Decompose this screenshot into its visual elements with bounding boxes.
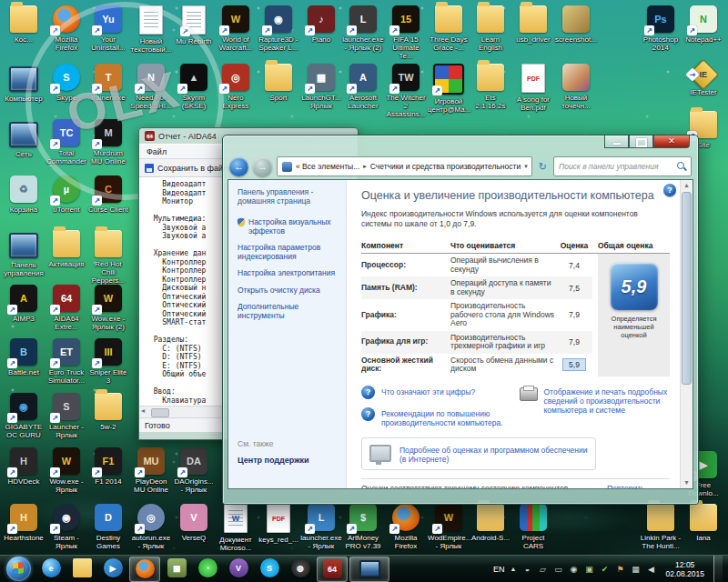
desktop-icon[interactable]: Linkin Park - The Hunti... (640, 504, 682, 550)
desktop-icon[interactable]: Project CARS (512, 504, 554, 550)
desktop-icon[interactable]: Ttrainer.exe (87, 64, 129, 102)
desktop-icon[interactable]: Активация (46, 230, 87, 268)
tray-action-center-icon[interactable]: ⚑ (614, 565, 625, 574)
taskbar-skype-button[interactable]: S (255, 557, 284, 580)
taskbar-media-player-button[interactable]: ▶ (98, 557, 127, 580)
maximize-button[interactable] (629, 135, 653, 148)
minimize-button[interactable] (604, 135, 629, 148)
desktop-icon[interactable]: DDestiny Games (87, 504, 129, 550)
breadcrumb[interactable]: « Все элементы... ▸ Счетчики и средства … (277, 156, 532, 176)
desktop-icon[interactable]: 15FIFA 15 Ultimate Te... (385, 5, 427, 60)
nav-item[interactable]: Открыть очистку диска (238, 286, 339, 296)
desktop-icon[interactable]: Sport (258, 64, 299, 102)
desktop-icon[interactable]: ◉Rapture3D - Speaker L... (258, 5, 299, 52)
desktop-icon[interactable]: CCurse Client (87, 176, 129, 214)
desktop-icon[interactable]: IEIETester (682, 60, 724, 96)
back-button[interactable]: ← (229, 157, 248, 176)
desktop-icon[interactable]: DADAOrigins... - Ярлык (173, 447, 215, 494)
desktop-icon[interactable]: MMurdrum MU Online (87, 119, 129, 166)
desktop-icon[interactable]: HHDVDeck (3, 447, 45, 486)
desktop-icon[interactable]: 5w-2 (87, 393, 129, 431)
close-button[interactable] (653, 135, 690, 148)
breadcrumb-root[interactable]: « Все элементы... (296, 162, 359, 171)
desktop-icon[interactable]: SSkype (46, 64, 87, 102)
tray-app-icon[interactable]: ◉ (568, 565, 579, 574)
scrollbar-thumb[interactable] (682, 192, 692, 385)
desktop-icon[interactable]: ◉GIGABYTE OC GURU (3, 393, 45, 439)
performance-window[interactable]: ← → « Все элементы... ▸ Счетчики и средс… (222, 135, 699, 505)
desktop-icon[interactable]: ♻Корзина (3, 176, 45, 214)
desktop-icon[interactable]: VVerseQ (173, 504, 215, 542)
desktop-icon[interactable]: Новый текстовый... (130, 5, 172, 54)
tray-device-icon[interactable]: ▱ (537, 565, 548, 574)
desktop-icon[interactable]: Ets 2.1.16.2s (470, 64, 511, 110)
desktop-icon[interactable]: NNotepad++ (682, 5, 724, 44)
desktop-icon[interactable]: WWodEmpire... - Ярлык (428, 504, 470, 550)
desktop-icon[interactable]: BBattle.net (3, 338, 45, 376)
performance-title-bar[interactable] (228, 135, 693, 154)
rerun-assessment-link[interactable]: ↻ Повторить оценку (596, 484, 670, 489)
taskbar-green-app-button[interactable]: ◔ (193, 557, 222, 580)
desktop-icon[interactable]: µuTorrent (46, 176, 87, 214)
scroll-up-icon[interactable]: ▲ (681, 180, 693, 191)
desktop-icon[interactable]: Панель управления (3, 230, 45, 277)
desktop-icon[interactable]: Игровой центр@Ma... (428, 64, 470, 114)
desktop-icon[interactable]: MUPlayDeon MU Online (130, 447, 172, 494)
desktop-icon[interactable]: TCTotal Commander (46, 119, 87, 166)
taskbar-performance-window-button[interactable] (349, 557, 389, 582)
search-input[interactable]: Поиск в панели управления (553, 156, 692, 176)
desktop-icon[interactable]: WWow.exe - Ярлык (46, 447, 87, 494)
desktop-icon[interactable]: Mozilla Firefox (385, 504, 427, 550)
taskbar-dark-app-button[interactable]: ◍ (286, 557, 315, 580)
desktop-icon[interactable]: ◎autorun.exe - Ярлык (130, 504, 172, 550)
breadcrumb-current[interactable]: Счетчики и средства производительности (370, 162, 521, 171)
desktop-icon[interactable]: Mu Rebirth (173, 5, 215, 45)
rerun-assessment-label[interactable]: Повторить оценку (607, 484, 670, 489)
tray-steam-icon[interactable]: ◒ (521, 565, 532, 574)
tray-update-icon[interactable]: ✔ (599, 565, 610, 574)
desktop-icon[interactable]: F1F1 2014 (87, 447, 129, 486)
tray-expand-icon[interactable]: ▲ (511, 566, 517, 572)
desktop-icon[interactable]: Iana (682, 504, 724, 542)
desktop-icon[interactable]: AAIMP3 (3, 285, 45, 323)
tray-volume-icon[interactable]: ◀ (645, 565, 656, 574)
tray-folder-icon[interactable]: ▣ (583, 565, 594, 574)
aida64-menu-file[interactable]: Файл (147, 147, 167, 156)
tray-display-icon[interactable]: ▭ (552, 565, 563, 574)
aida64-save-button[interactable]: Сохранить в файле (157, 164, 232, 173)
desktop-icon[interactable]: ♪Piano (300, 5, 342, 44)
scroll-down-icon[interactable]: ▼ (681, 477, 693, 488)
desktop-icon[interactable]: Three Days Grace -... (428, 5, 470, 52)
desktop-icon[interactable]: Компьютер (3, 64, 45, 103)
desktop-icon[interactable]: Mozilla Firefox (46, 5, 87, 52)
desktop-icon[interactable]: ◎Nero Express (215, 64, 257, 110)
taskbar-photo-app-button[interactable]: ▦ (162, 557, 191, 580)
desktop-icon[interactable]: ETEuro Truck Simulator... (46, 338, 87, 385)
desktop-icon[interactable]: NNeed For Speed SHI... (130, 64, 172, 110)
desktop-icon[interactable]: AAerosoft Launcher (342, 64, 384, 110)
taskbar-firefox-button[interactable] (129, 557, 160, 582)
desktop-icon[interactable]: Red Hot Chili Peppers... (87, 230, 129, 285)
taskbar-ie-button[interactable]: e (36, 557, 66, 580)
desktop-icon[interactable]: WДокумент Microso... (215, 504, 257, 552)
vertical-scrollbar[interactable]: ▲ ▼ (680, 180, 693, 488)
start-button[interactable] (6, 557, 31, 581)
desktop-icon[interactable]: ▦LaunchGT... Ярлык (300, 64, 342, 110)
taskbar-explorer-button[interactable] (67, 557, 96, 580)
desktop-icon[interactable]: PDFkeys_red_... (258, 504, 299, 544)
desktop-icon[interactable]: IIISniper Elite 3 (87, 338, 129, 385)
print-details-item[interactable]: Отображение и печать подробных сведений … (520, 386, 671, 415)
refresh-icon[interactable]: ↻ (537, 161, 549, 173)
online-info-box[interactable]: Подробнее об оценках и программном обесп… (361, 437, 596, 470)
online-info-link[interactable]: Подробнее об оценках и программном обесп… (399, 444, 588, 464)
desktop-icon[interactable]: Новый точечн... (555, 64, 597, 110)
desktop-icon[interactable]: Android-S... (470, 504, 511, 542)
breadcrumb-dropdown-icon[interactable]: ▾ (524, 163, 528, 170)
desktop-icon[interactable]: 64AIDA64 Extre... (46, 285, 87, 331)
help-button[interactable]: ? (663, 184, 676, 196)
taskbar-clock[interactable]: 12:05 02.08.2015 (665, 560, 704, 578)
what-do-numbers-mean-item[interactable]: ? Что означают эти цифры? (361, 386, 512, 399)
desktop-icon[interactable]: TWThe Witcher 2 Assassins... (385, 64, 427, 118)
nav-item[interactable]: Дополнительные инструменты (238, 303, 339, 320)
nav-item[interactable]: Настройка параметров индексирования (238, 244, 339, 261)
